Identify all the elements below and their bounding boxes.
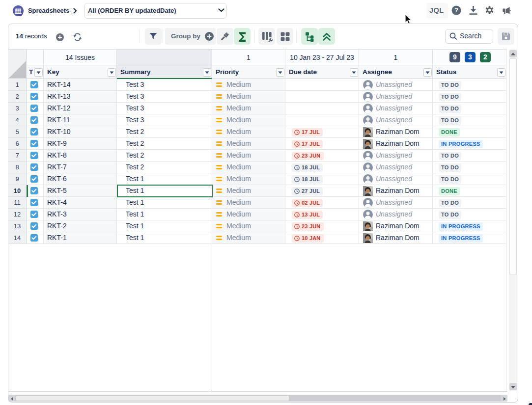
svg-text:?: ?: [454, 7, 458, 14]
